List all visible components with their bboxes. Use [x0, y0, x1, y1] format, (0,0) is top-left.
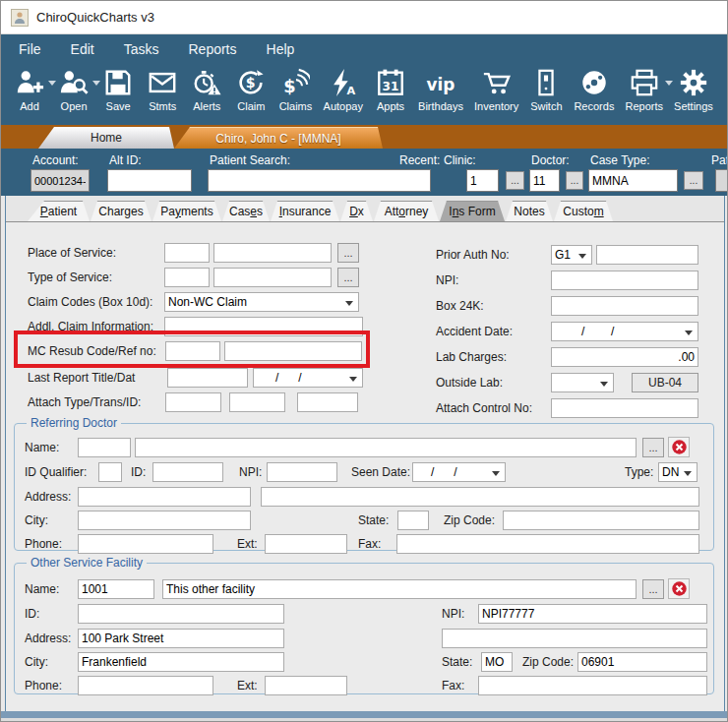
menu-file[interactable]: File — [19, 41, 41, 57]
attach-type-field-2[interactable] — [229, 392, 285, 412]
toolbar-open-button[interactable]: Open — [57, 68, 91, 112]
menu-reports[interactable]: Reports — [188, 41, 236, 57]
place-of-service-code-field[interactable] — [164, 243, 210, 263]
toolbar-save-button[interactable]: Save — [101, 68, 135, 112]
toolbar-switch-button[interactable]: Switch — [529, 68, 563, 112]
tab-notes[interactable]: Notes — [506, 201, 553, 221]
of-fax-field[interactable] — [478, 676, 707, 695]
doctor-browse-button[interactable]: ... — [566, 171, 583, 190]
toolbar-birthdays-button[interactable]: vip Birthdays — [418, 68, 463, 112]
menu-edit[interactable]: Edit — [71, 41, 94, 57]
alt-id-field[interactable] — [107, 169, 192, 192]
rd-npi-field[interactable] — [267, 462, 337, 482]
toolbar-records-button[interactable]: Records — [574, 68, 614, 112]
rd-seen-date-select[interactable]: / / — [412, 462, 506, 482]
chevron-down-icon[interactable] — [48, 81, 56, 86]
tab-ins-form[interactable]: Ins Form — [440, 201, 505, 221]
rd-type-select[interactable]: DN — [658, 462, 698, 482]
toolbar-claim-button[interactable]: $ Claim — [234, 68, 268, 112]
of-clear-button[interactable] — [668, 578, 690, 599]
mc-resub-code-field[interactable] — [165, 341, 220, 361]
rd-name-browse-button[interactable]: ... — [642, 438, 664, 457]
clinic-browse-button[interactable]: ... — [506, 171, 524, 190]
of-name-field[interactable] — [162, 579, 637, 599]
npi-field[interactable] — [551, 271, 698, 290]
last-report-title-field[interactable] — [167, 368, 248, 388]
menu-help[interactable]: Help — [267, 41, 295, 57]
tab-cases[interactable]: Cases — [222, 201, 270, 221]
prior-auth-qualifier-select[interactable]: G1 — [551, 245, 592, 265]
clinic-field[interactable] — [466, 169, 499, 192]
of-name-browse-button[interactable]: ... — [642, 579, 664, 599]
ub04-button[interactable]: UB-04 — [632, 373, 698, 392]
type-of-service-desc-field[interactable] — [213, 268, 332, 287]
type-of-service-browse-button[interactable]: ... — [337, 268, 359, 287]
rd-clear-button[interactable] — [668, 437, 690, 457]
patient-partial-field[interactable] — [715, 169, 728, 192]
toolbar-settings-button[interactable]: Settings — [674, 68, 713, 112]
tab-custom[interactable]: Custom — [554, 201, 613, 221]
attach-type-field-1[interactable] — [165, 392, 221, 412]
of-state-field[interactable] — [481, 652, 513, 672]
toolbar-appts-button[interactable]: 31 Appts — [374, 68, 407, 112]
toolbar-reports-button[interactable]: Reports — [625, 68, 663, 112]
account-field[interactable] — [30, 169, 90, 192]
claim-codes-select[interactable]: Non-WC Claim — [164, 292, 359, 312]
tab-patient[interactable]: Patient — [28, 201, 90, 221]
place-of-service-desc-field[interactable] — [213, 243, 332, 263]
last-report-date-select[interactable]: / / — [253, 368, 363, 388]
of-address1-field[interactable] — [78, 629, 284, 648]
toolbar-add-button[interactable]: Add — [13, 68, 46, 112]
chevron-down-icon[interactable] — [92, 81, 100, 86]
doctor-field[interactable] — [529, 169, 560, 192]
tab-insurance[interactable]: Insurance — [271, 201, 339, 221]
of-npi-field[interactable] — [478, 604, 707, 624]
toolbar-stmts-button[interactable]: Stmts — [146, 68, 179, 112]
lab-charges-field[interactable] — [551, 347, 698, 367]
rd-phone-field[interactable] — [78, 534, 213, 554]
menu-tasks[interactable]: Tasks — [124, 41, 159, 57]
rd-city-field[interactable] — [78, 511, 251, 530]
of-city-field[interactable] — [78, 652, 284, 672]
case-type-field[interactable] — [588, 169, 678, 192]
tab-payments[interactable]: Payments — [152, 201, 221, 221]
outside-lab-select[interactable] — [551, 373, 614, 392]
rd-id-qualifier-field[interactable] — [98, 462, 122, 482]
place-of-service-browse-button[interactable]: ... — [337, 243, 359, 263]
attach-control-field[interactable] — [551, 398, 698, 418]
box-24k-field[interactable] — [551, 296, 698, 316]
attach-type-field-3[interactable] — [297, 392, 358, 412]
type-of-service-code-field[interactable] — [164, 268, 210, 287]
patient-search-input[interactable] — [208, 169, 431, 192]
of-name-code-field[interactable] — [78, 579, 154, 599]
rd-zip-field[interactable] — [503, 511, 699, 530]
addl-claim-field[interactable] — [164, 317, 363, 336]
toolbar-inventory-button[interactable]: Inventory — [474, 68, 518, 112]
tab-charges[interactable]: Charges — [91, 201, 152, 221]
tab-home[interactable]: Home — [38, 127, 174, 149]
prior-auth-field[interactable] — [596, 245, 698, 265]
of-zip-field[interactable] — [577, 652, 707, 672]
rd-state-field[interactable] — [397, 511, 429, 530]
tab-attorney[interactable]: Attorney — [374, 201, 439, 221]
of-address2-field[interactable] — [442, 629, 707, 648]
rd-name-field[interactable] — [135, 438, 637, 457]
toolbar-claims-button[interactable]: $ Claims — [278, 68, 312, 112]
tab-dx[interactable]: Dx — [340, 201, 373, 221]
chevron-down-icon[interactable] — [665, 81, 673, 86]
tab-patient-chart[interactable]: Chiro, John C - [MMNA] — [174, 127, 383, 149]
case-type-browse-button[interactable]: ... — [684, 171, 703, 190]
toolbar-autopay-button[interactable]: A Autopay — [324, 68, 363, 112]
mc-resub-ref-field[interactable] — [224, 341, 362, 361]
rd-ext-field[interactable] — [265, 534, 347, 554]
of-ext-field[interactable] — [265, 676, 347, 695]
rd-id-field[interactable] — [152, 462, 223, 482]
of-id-field[interactable] — [78, 604, 284, 624]
of-phone-field[interactable] — [78, 676, 213, 695]
accident-date-select[interactable]: / / — [551, 322, 698, 341]
toolbar-alerts-button[interactable]: Alerts — [190, 68, 223, 112]
rd-address2-field[interactable] — [261, 487, 699, 507]
rd-name-code-field[interactable] — [78, 438, 131, 457]
rd-address1-field[interactable] — [78, 487, 251, 507]
recent-label[interactable]: Recent: — [399, 153, 440, 167]
